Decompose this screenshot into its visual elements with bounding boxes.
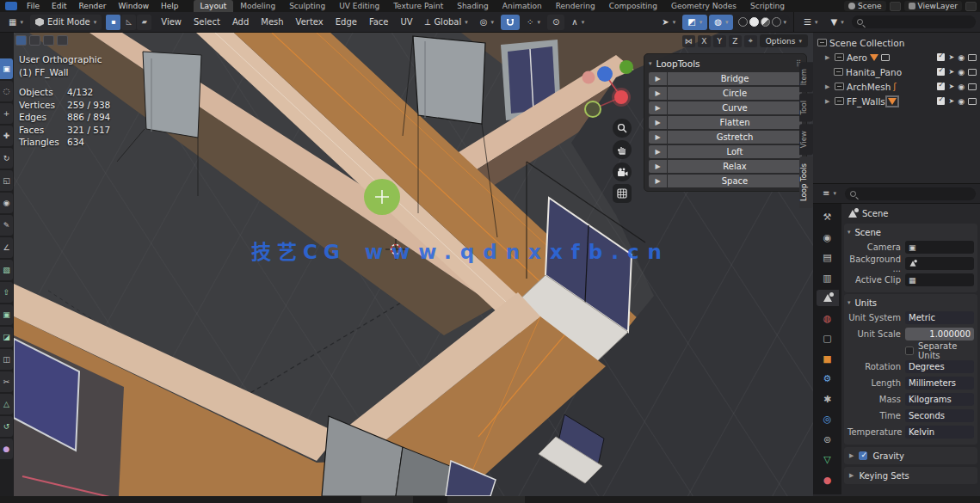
transform-orientation-dropdown[interactable]: ⟂ Global ▾	[420, 15, 473, 30]
tool-move[interactable]: ✚	[0, 126, 13, 146]
properties-search-input[interactable]	[845, 187, 976, 200]
tab-geometry-nodes[interactable]: Geometry Nodes	[664, 0, 743, 12]
gizmo-axis-x-neg[interactable]	[582, 71, 595, 84]
outliner-row-hanita-pano[interactable]: Hanita_Pano ➤ ◉	[815, 64, 978, 79]
tab-physics-properties[interactable]: ◎	[817, 411, 839, 427]
sidebar-tab-item[interactable]: Item	[799, 62, 813, 92]
panel-collapse-icon[interactable]: ▾	[649, 60, 652, 67]
solid-shading-button[interactable]	[749, 17, 759, 27]
material-shading-button[interactable]	[761, 17, 770, 27]
vertex-select-button[interactable]: ▪	[106, 15, 120, 30]
checkbox-icon[interactable]	[937, 68, 945, 76]
pivot-point-dropdown[interactable]: ◎▾	[475, 15, 499, 30]
menu-vertex[interactable]: Vertex	[291, 12, 329, 33]
tab-tool-properties[interactable]: ⚒	[817, 209, 839, 225]
scene-selector[interactable]: Scene	[844, 1, 885, 11]
mirror-z-toggle[interactable]: Z	[729, 35, 742, 47]
sidebar-tab-looptools[interactable]: Loop Tools	[799, 156, 813, 208]
tab-collection-properties[interactable]: ▢	[817, 330, 839, 347]
gravity-checkbox[interactable]	[859, 451, 867, 460]
hide-eye-icon[interactable]: ◉	[958, 53, 965, 62]
menu-help[interactable]: Help	[155, 0, 185, 12]
disable-viewport-icon[interactable]	[968, 98, 977, 105]
xray-toggle[interactable]: ◍▾	[709, 15, 733, 30]
flatten-expand[interactable]: ▶	[649, 116, 667, 130]
tab-rendering[interactable]: Rendering	[549, 0, 602, 12]
tab-scene-properties[interactable]	[817, 290, 839, 306]
tab-material-properties[interactable]: ●	[817, 472, 839, 488]
keying-sets-section-header[interactable]: ▶ Keying Sets	[844, 467, 977, 484]
show-gizmo-dropdown[interactable]: ➤▾	[656, 15, 681, 30]
snap-toggle[interactable]	[501, 15, 520, 30]
background-scene-field[interactable]	[905, 257, 974, 270]
mass-dropdown[interactable]: Kilograms	[905, 393, 974, 406]
tool-transform[interactable]: ◉	[0, 193, 13, 213]
outliner-filter-dropdown[interactable]: ▼▾	[825, 15, 848, 30]
selectable-icon[interactable]: ➤	[948, 97, 954, 105]
relax-expand[interactable]: ▶	[649, 160, 667, 174]
options-dropdown[interactable]: Options ▾	[760, 34, 808, 47]
menu-window[interactable]: Window	[113, 0, 156, 12]
relax-button[interactable]: Relax	[668, 160, 802, 174]
menu-view[interactable]: View	[156, 12, 187, 33]
viewport-3d[interactable]: User Orthographic (1) FF_Wall Objects4/1…	[14, 33, 813, 496]
pan-hand-button[interactable]	[613, 140, 632, 159]
camera-field[interactable]: ▣	[905, 241, 974, 254]
tool-select-box[interactable]: ▣	[0, 58, 13, 79]
time-dropdown[interactable]: Seconds	[905, 409, 974, 422]
menu-mesh[interactable]: Mesh	[256, 12, 288, 33]
gstretch-button[interactable]: Gstretch	[668, 131, 802, 144]
tab-modifier-properties[interactable]: ⚙	[817, 371, 839, 387]
outliner-row-ff-walls[interactable]: ▶ FF_Walls ➤ ◉	[815, 94, 978, 108]
rotation-dropdown[interactable]: Degrees	[905, 360, 974, 373]
remove-viewlayer-button[interactable]	[965, 2, 977, 11]
tab-viewlayer-properties[interactable]: ▥	[817, 270, 839, 286]
hide-eye-icon[interactable]: ◉	[958, 83, 965, 91]
rendered-shading-button[interactable]	[772, 17, 781, 27]
face-select-button[interactable]: ▰	[137, 15, 151, 30]
tool-select-circle[interactable]: ◌	[0, 81, 13, 101]
expand-icon[interactable]: ▶	[825, 54, 832, 61]
menu-edit[interactable]: Edit	[46, 0, 72, 12]
scene-section-header[interactable]: ▾Scene	[847, 225, 974, 239]
unit-system-dropdown[interactable]: Metric	[905, 311, 974, 324]
hide-eye-icon[interactable]: ◉	[958, 97, 965, 106]
tab-data-properties[interactable]: ▽	[817, 451, 839, 468]
gstretch-expand[interactable]: ▶	[649, 131, 667, 144]
gizmo-axis-y[interactable]	[619, 60, 633, 74]
tool-extrude[interactable]: ⇧	[0, 282, 13, 303]
tab-shading[interactable]: Shading	[450, 0, 496, 12]
outliner-row-archmesh[interactable]: ▶ ArchMesh ʃ ➤ ◉	[815, 79, 978, 94]
select-extend-icon[interactable]	[43, 35, 54, 46]
disable-viewport-icon[interactable]	[968, 83, 977, 90]
navigation-gizmo[interactable]	[573, 58, 650, 120]
tab-output-properties[interactable]: ▤	[817, 249, 839, 266]
menu-face[interactable]: Face	[364, 12, 394, 33]
selectable-icon[interactable]: ➤	[948, 53, 954, 61]
flatten-button[interactable]: Flatten	[668, 116, 802, 130]
overlays-dropdown[interactable]: ◩▾	[682, 15, 707, 30]
space-button[interactable]: Space	[668, 175, 802, 188]
temperature-dropdown[interactable]: Kelvin	[905, 426, 974, 439]
circle-button[interactable]: Circle	[668, 87, 802, 101]
selectable-icon[interactable]: ➤	[948, 83, 954, 90]
selectable-icon[interactable]: ➤	[948, 68, 954, 76]
tab-compositing[interactable]: Compositing	[602, 0, 664, 12]
snap-base-icon[interactable]: ⌖	[744, 35, 757, 47]
gizmo-axis-y-neg[interactable]	[585, 101, 601, 117]
new-scene-button[interactable]	[890, 2, 901, 11]
tab-particle-properties[interactable]: ✱	[817, 391, 839, 408]
tab-modeling[interactable]: Modeling	[233, 0, 282, 12]
camera-view-button[interactable]	[613, 163, 632, 181]
checkbox-icon[interactable]	[937, 97, 945, 105]
unit-scale-field[interactable]: 1.000000	[905, 328, 974, 340]
tab-uv-editing[interactable]: UV Editing	[332, 0, 386, 12]
tab-render-properties[interactable]: ◉	[817, 230, 839, 246]
snap-settings-dropdown[interactable]: ⁘▾	[521, 15, 545, 30]
select-subtract-icon[interactable]	[57, 35, 68, 46]
tool-bevel[interactable]: ◪	[0, 327, 13, 347]
tab-sculpting[interactable]: Sculpting	[282, 0, 332, 12]
sidebar-tab-view[interactable]: View	[799, 124, 813, 155]
mode-dropdown[interactable]: Edit Mode ▾	[30, 15, 102, 30]
bridge-expand[interactable]: ▶	[649, 72, 667, 86]
